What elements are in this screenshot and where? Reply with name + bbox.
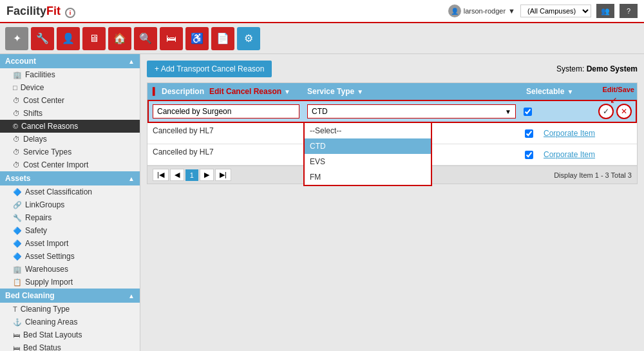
service-types-icon: ⏱ — [13, 148, 20, 156]
sidebar-item-facilities[interactable]: 🏢Facilities — [0, 68, 140, 81]
group-button[interactable]: 👥 — [596, 4, 614, 18]
sidebar-item-asset-settings[interactable]: 🔷Asset Settings — [0, 250, 140, 263]
edit-save-arrow-icon: ↙ — [610, 95, 618, 105]
cleaning-areas-icon: ⚓ — [13, 318, 22, 327]
sidebar-item-warehouses[interactable]: 🏢Warehouses — [0, 263, 140, 276]
selectable-filter-icon[interactable]: ▼ — [567, 88, 573, 95]
edit-description-cell — [149, 101, 303, 122]
sidebar-item-asset-classification[interactable]: 🔷Asset Classification — [0, 185, 140, 198]
delays-icon: ⏱ — [13, 135, 20, 143]
selectable-checkbox[interactable] — [524, 108, 532, 116]
sidebar-bed-cleaning-label: Bed Cleaning — [5, 291, 55, 300]
home-button[interactable]: 🏠 — [108, 27, 131, 50]
sidebar-account-label: Account — [5, 57, 36, 66]
page-info: Display Item 1 - 3 Total 3 — [554, 171, 632, 179]
system-info: System: Demo System — [556, 64, 638, 73]
sidebar-item-shifts[interactable]: ⏱Shifts — [0, 107, 140, 120]
monitor-button[interactable]: 🖥 — [82, 27, 106, 50]
help-button[interactable]: ? — [620, 4, 638, 18]
service-type-dropdown-menu: --Select-- CTD EVS FM — [303, 122, 432, 186]
people-button[interactable]: 👤 — [57, 27, 80, 50]
row1-selectable: Corporate Item — [521, 123, 637, 144]
username: larson-rodger — [464, 7, 506, 15]
dropdown-option-evs[interactable]: EVS — [305, 154, 431, 169]
wheelchair-button[interactable]: ♿ — [185, 27, 209, 50]
header: FacilityFacilityFitFit i 👤 larson-rodger… — [0, 0, 644, 23]
table-header: ▍ Description Edit Cancel Reason ▼ Servi… — [147, 83, 637, 100]
th-description-label: Description — [162, 87, 204, 96]
system-name: Demo System — [587, 64, 638, 73]
sidebar-item-device[interactable]: □Device — [0, 81, 140, 94]
th-service-type: Service Type ▼ — [302, 83, 521, 100]
next-page-button[interactable]: ▶ — [200, 169, 214, 181]
settings-button[interactable]: ⚙ — [237, 27, 260, 50]
document-button[interactable]: 📄 — [211, 27, 234, 50]
row1-corporate-link[interactable]: Corporate Item — [538, 126, 600, 141]
sidebar-item-cleaning-areas[interactable]: ⚓Cleaning Areas — [0, 316, 140, 328]
page-1-button[interactable]: 1 — [185, 169, 198, 181]
user-avatar: 👤 — [448, 5, 461, 17]
edit-service-type-cell: CTD ▼ --Select-- CTD EVS FM — [303, 101, 520, 122]
description-input[interactable] — [153, 104, 299, 119]
sidebar-item-linkgroups[interactable]: 🔗LinkGroups — [0, 198, 140, 211]
add-transport-cancel-reason-button[interactable]: + Add Transport Cancel Reason — [147, 61, 272, 77]
sidebar-item-repairs[interactable]: 🔧Repairs — [0, 211, 140, 224]
search-button[interactable]: 🔍 — [134, 27, 157, 50]
header-right: 👤 larson-rodger ▼ (All Campuses) 👥 ? — [448, 4, 638, 18]
user-dropdown-arrow[interactable]: ▼ — [508, 7, 515, 15]
description-filter-icon[interactable]: ▼ — [284, 88, 290, 95]
table-row-editing: CTD ▼ --Select-- CTD EVS FM Edit/Save — [147, 100, 637, 123]
save-button[interactable]: ✓ — [598, 104, 614, 119]
wrench-button[interactable]: 🔧 — [31, 27, 54, 50]
campus-select[interactable]: (All Campuses) — [520, 5, 591, 17]
service-type-filter-icon[interactable]: ▼ — [357, 88, 363, 95]
sidebar-item-safety[interactable]: 🔷Safety — [0, 224, 140, 237]
sidebar-item-supply-import[interactable]: 📋Supply Import — [0, 276, 140, 289]
dropdown-option-ctd[interactable]: CTD — [305, 138, 431, 154]
sidebar-item-bed-status[interactable]: 🛏Bed Status — [0, 341, 140, 351]
first-page-button[interactable]: |◀ — [153, 169, 169, 181]
row2-corporate-link[interactable]: Corporate Item — [538, 147, 600, 162]
dropdown-option-select[interactable]: --Select-- — [305, 123, 431, 138]
page-buttons: |◀ ◀ 1 ▶ ▶| — [153, 169, 231, 181]
prev-page-button[interactable]: ◀ — [170, 169, 184, 181]
sidebar-section-assets-header[interactable]: Assets ▲ — [0, 171, 140, 185]
sidebar-section-bed-cleaning-header[interactable]: Bed Cleaning ▲ — [0, 289, 140, 303]
bed-button[interactable]: 🛏 — [160, 27, 183, 50]
sidebar-item-cleaning-type[interactable]: TCleaning Type — [0, 303, 140, 316]
asset-settings-icon: 🔷 — [13, 252, 22, 261]
sidebar-item-cost-center[interactable]: ⏱Cost Center — [0, 94, 140, 107]
sidebar-item-asset-import[interactable]: 🔷Asset Import — [0, 237, 140, 250]
toolbar: ✦ 🔧 👤 🖥 🏠 🔍 🛏 ♿ 📄 ⚙ — [0, 23, 644, 54]
supply-import-icon: 📋 — [13, 278, 22, 287]
service-type-value: CTD — [312, 107, 328, 116]
sidebar-section-assets: Assets ▲ 🔷Asset Classification 🔗LinkGrou… — [0, 171, 140, 289]
repairs-icon: 🔧 — [13, 214, 22, 222]
sidebar-item-cancel-reasons[interactable]: ©Cancel Reasons — [0, 120, 140, 133]
facilities-icon: 🏢 — [13, 71, 22, 79]
dropdown-option-fm[interactable]: FM — [305, 169, 431, 185]
sidebar-section-account-header[interactable]: Account ▲ — [0, 54, 140, 68]
row2-description: Cancelled by HL7 — [147, 144, 302, 165]
row1-selectable-checkbox[interactable] — [525, 129, 533, 138]
sidebar-item-bed-stat-layouts[interactable]: 🛏Bed Stat Layouts — [0, 328, 140, 341]
last-page-button[interactable]: ▶| — [215, 169, 231, 181]
sparkle-button[interactable]: ✦ — [5, 27, 28, 50]
th-service-type-label: Service Type — [307, 87, 354, 96]
sidebar-item-cost-center-import[interactable]: ⏱Cost Center Import — [0, 158, 140, 171]
logo: FacilityFacilityFitFit i — [6, 5, 75, 18]
bed-stat-layouts-icon: 🛏 — [13, 331, 20, 339]
sidebar-section-account: Account ▲ 🏢Facilities □Device ⏱Cost Cent… — [0, 54, 140, 171]
table-container: ▍ Description Edit Cancel Reason ▼ Servi… — [147, 82, 638, 184]
edit-selectable-cell: Edit/Save ↙ ✓ ✕ — [520, 101, 636, 122]
sidebar-item-service-types[interactable]: ⏱Service Types — [0, 146, 140, 158]
user-info: 👤 larson-rodger ▼ — [448, 5, 515, 17]
row2-selectable-checkbox[interactable] — [525, 151, 533, 159]
cleaning-type-icon: T — [13, 305, 17, 313]
sidebar-item-delays[interactable]: ⏱Delays — [0, 133, 140, 146]
th-description: ▍ Description Edit Cancel Reason ▼ — [147, 83, 302, 100]
safety-icon: 🔷 — [13, 227, 22, 235]
service-type-dropdown[interactable]: CTD ▼ — [307, 104, 516, 119]
cancel-edit-button[interactable]: ✕ — [616, 104, 632, 119]
dropdown-chevron: ▼ — [505, 108, 511, 115]
